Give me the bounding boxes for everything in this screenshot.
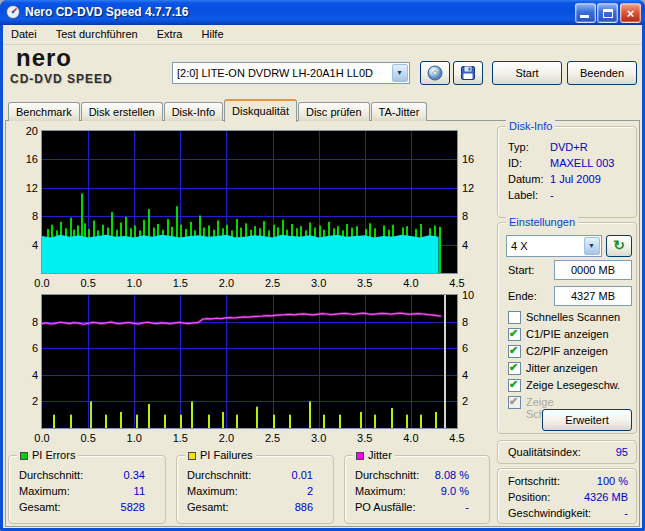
minimize-button[interactable] xyxy=(575,3,596,23)
pie-avg-value: 0.34 xyxy=(124,469,145,481)
axis-tick-label: 2.5 xyxy=(260,432,286,444)
drive-select[interactable]: [2:0] LITE-ON DVDRW LH-20A1H LL0D xyxy=(172,62,410,84)
start-mb-field[interactable] xyxy=(554,260,632,280)
axis-tick-label: 2 xyxy=(10,395,38,407)
jitter-max-value: 9.0 % xyxy=(441,485,469,497)
checkbox-row-fast-scan: Schnelles Scannen xyxy=(508,311,630,325)
chevron-down-icon[interactable] xyxy=(392,64,408,82)
save-button[interactable] xyxy=(453,61,483,85)
speed-select[interactable]: 4 X xyxy=(506,235,602,257)
c2-pif-label: C2/PIF anzeigen xyxy=(526,345,608,357)
fast-scan-label: Schnelles Scannen xyxy=(526,311,620,323)
quit-button[interactable]: Beenden xyxy=(567,61,637,85)
maximize-icon xyxy=(603,9,613,18)
disk-type-value: DVD+R xyxy=(550,141,588,153)
speed-value: - xyxy=(624,507,628,519)
eject-button[interactable] xyxy=(420,61,450,85)
app-icon xyxy=(5,4,21,20)
pi-errors-legend-chip xyxy=(20,452,28,460)
refresh-button[interactable]: ↻ xyxy=(606,235,632,257)
settings-group: Einstellungen 4 X ↻ Start: Ende: Schnell… xyxy=(497,222,637,434)
axis-tick-label: 2.0 xyxy=(213,277,239,289)
menu-extra[interactable]: Extra xyxy=(149,25,191,45)
axis-tick-label: 4.5 xyxy=(444,277,470,289)
tab-disc-pruefen[interactable]: Disc prüfen xyxy=(298,102,370,121)
jitter-max-label: Maximum: xyxy=(355,485,406,497)
c1-pie-checkbox[interactable] xyxy=(508,328,521,341)
axis-tick-label: 8 xyxy=(462,316,468,328)
tab-benchmark[interactable]: Benchmark xyxy=(8,102,80,121)
axis-tick-label: 3.5 xyxy=(352,277,378,289)
write-speed-checkbox[interactable] xyxy=(508,396,521,409)
chevron-down-icon[interactable] xyxy=(584,237,600,255)
read-speed-checkbox[interactable] xyxy=(508,379,521,392)
cd-dvd-speed-logo-text: CD-DVD SPEED xyxy=(10,72,113,86)
advanced-button[interactable]: Erweitert xyxy=(542,409,632,431)
tab-strip: Benchmark Disk erstellen Disk-Info Diskq… xyxy=(8,98,428,121)
pif-max-value: 2 xyxy=(307,485,313,497)
axis-tick-label: 0.5 xyxy=(75,432,101,444)
start-button[interactable]: Start xyxy=(492,61,562,85)
pif-total-value: 886 xyxy=(295,501,313,513)
axis-tick-label: 8 xyxy=(10,210,38,222)
axis-tick-label: 20 xyxy=(10,125,38,137)
end-mb-label: Ende: xyxy=(508,290,537,302)
maximize-button[interactable] xyxy=(597,3,618,23)
pie-total-value: 5828 xyxy=(121,501,145,513)
axis-tick-label: 4 xyxy=(10,239,38,251)
pif-total-label: Gesamt: xyxy=(187,501,229,513)
axis-tick-label: 1.5 xyxy=(167,277,193,289)
checkbox-row-c2-pif: C2/PIF anzeigen xyxy=(508,345,630,359)
pif-avg-value: 0.01 xyxy=(292,469,313,481)
axis-tick-label: 4 xyxy=(462,369,468,381)
menu-datei[interactable]: Datei xyxy=(3,25,45,45)
pi-failures-title-text: PI Failures xyxy=(200,449,253,461)
menu-hilfe[interactable]: Hilfe xyxy=(194,25,232,45)
close-button[interactable]: × xyxy=(620,3,641,23)
axis-tick-label: 16 xyxy=(462,153,474,165)
speed-label: Geschwindigkeit: xyxy=(508,507,591,519)
tab-disk-erstellen[interactable]: Disk erstellen xyxy=(81,102,163,121)
axis-tick-label: 10 xyxy=(462,289,474,301)
tab-disk-info[interactable]: Disk-Info xyxy=(164,102,223,121)
po-failures-label: PO Ausfälle: xyxy=(355,501,416,513)
refresh-icon: ↻ xyxy=(613,237,625,253)
axis-tick-label: 2.5 xyxy=(260,277,286,289)
axis-tick-label: 4 xyxy=(462,239,468,251)
axis-tick-label: 16 xyxy=(10,153,38,165)
pif-avg-label: Durchschnitt: xyxy=(187,469,251,481)
pif-jitter-plot-frame xyxy=(41,294,458,429)
jitter-stats-box: Jitter Durchschnitt:8.08 % Maximum:9.0 %… xyxy=(344,455,490,524)
end-mb-field[interactable] xyxy=(554,286,632,306)
fast-scan-checkbox[interactable] xyxy=(508,311,521,324)
axis-tick-label: 8 xyxy=(10,316,38,328)
position-value: 4326 MB xyxy=(584,491,628,503)
pi-failures-stats-title: PI Failures xyxy=(185,449,256,461)
po-failures-value: - xyxy=(465,501,469,513)
disk-date-value: 1 Jul 2009 xyxy=(550,173,601,185)
pie-max-value: 11 xyxy=(134,485,145,497)
disk-date-label: Datum: xyxy=(508,173,543,185)
progress-label: Fortschritt: xyxy=(508,475,560,487)
c2-pif-checkbox[interactable] xyxy=(508,345,521,358)
quality-index-value: 95 xyxy=(616,446,628,458)
pif-max-label: Maximum: xyxy=(187,485,238,497)
disk-id-value: MAXELL 003 xyxy=(550,157,614,169)
menu-test-durchfuehren[interactable]: Test durchführen xyxy=(48,25,146,45)
pie-total-label: Gesamt: xyxy=(19,501,61,513)
tab-ta-jitter[interactable]: TA-Jitter xyxy=(371,102,428,121)
jitter-checkbox[interactable] xyxy=(508,362,521,375)
jitter-avg-label: Durchschnitt: xyxy=(355,469,419,481)
speed-select-value: 4 X xyxy=(511,236,581,256)
nero-logo-text: nero xyxy=(16,44,72,72)
checkbox-row-c1-pie: C1/PIE anzeigen xyxy=(508,328,630,342)
tab-diskqualitaet[interactable]: Diskqualität xyxy=(224,99,297,122)
quality-index-label: Qualitätsindex: xyxy=(508,446,581,458)
axis-tick-label: 4.0 xyxy=(398,277,424,289)
disk-info-group: Disk-Info Typ:DVD+R ID:MAXELL 003 Datum:… xyxy=(497,126,637,218)
axis-tick-label: 3.0 xyxy=(306,277,332,289)
axis-tick-label: 1.5 xyxy=(167,432,193,444)
checkbox-row-jitter: Jitter anzeigen xyxy=(508,362,630,376)
minimize-icon xyxy=(580,15,589,18)
progress-value: 100 % xyxy=(597,475,628,487)
